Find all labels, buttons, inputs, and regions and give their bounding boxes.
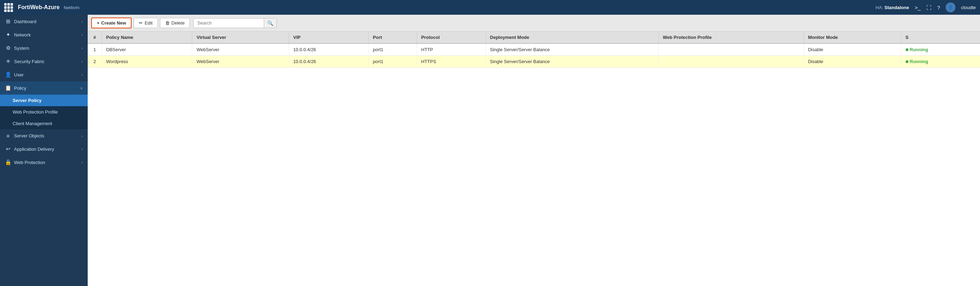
sidebar-item-network[interactable]: ✦ Network › (0, 28, 88, 41)
row-vip: 10.0.0.4/26 (289, 56, 369, 68)
sidebar-item-label: Security Fabric (14, 59, 79, 64)
chevron-down-icon: ∨ (80, 86, 83, 91)
row-vip: 10.0.0.4/26 (289, 43, 369, 56)
status-badge: Running (906, 59, 976, 64)
search-input[interactable] (194, 19, 264, 27)
avatar[interactable]: 👤 (946, 2, 955, 12)
sidebar-item-web-protection[interactable]: 🔒 Web Protection › (0, 156, 88, 169)
sidebar-item-label: Network (14, 32, 79, 38)
create-new-button[interactable]: + Create New (91, 17, 132, 29)
sidebar-item-policy[interactable]: 📋 Policy ∨ (0, 81, 88, 95)
row-policy-name: DBServer (102, 43, 192, 56)
col-web-protection-profile: Web Protection Profile (659, 32, 803, 43)
sidebar-item-label: Policy (14, 86, 77, 91)
app-grid-icon[interactable] (4, 3, 13, 12)
network-icon: ✦ (5, 32, 11, 38)
app-host: fwebvm (64, 5, 80, 10)
row-port: port1 (369, 56, 417, 68)
edit-label: Edit (145, 20, 152, 25)
sidebar-item-label: System (14, 46, 79, 51)
col-protocol: Protocol (417, 32, 485, 43)
help-icon-btn[interactable]: ? (937, 5, 940, 11)
col-policy-name: Policy Name (102, 32, 192, 43)
table-header-row: # Policy Name Virtual Server VIP Port Pr… (88, 32, 980, 43)
col-port: Port (369, 32, 417, 43)
sidebar-item-label: Dashboard (14, 19, 79, 24)
sidebar-item-label: User (14, 72, 79, 78)
row-policy-name: Wordpress (102, 56, 192, 68)
app-delivery-icon: ↩ (5, 146, 11, 152)
chevron-right-icon: › (81, 46, 83, 50)
client-management-label: Client Management (13, 121, 52, 126)
server-objects-icon: ≡ (5, 133, 11, 139)
policy-icon: 📋 (5, 85, 11, 91)
sidebar-subitem-web-protection-profile[interactable]: Web Protection Profile (0, 106, 88, 118)
col-deployment-mode: Deployment Mode (485, 32, 659, 43)
create-new-label: Create New (101, 20, 126, 25)
col-monitor-mode: Monitor Mode (803, 32, 901, 43)
delete-label: Delete (172, 20, 185, 25)
search-box: 🔍 (193, 18, 277, 28)
main-layout: ⊞ Dashboard › ✦ Network › ⚙ System › ✳ S… (0, 15, 980, 286)
sidebar-item-user[interactable]: 👤 User › (0, 68, 88, 81)
header-right: HA: Standalone >_ ⛶ ? 👤 cloudte (875, 2, 976, 12)
security-fabric-icon: ✳ (5, 58, 11, 65)
table-container: # Policy Name Virtual Server VIP Port Pr… (88, 32, 980, 286)
table-row[interactable]: 2WordpressWebServer10.0.0.4/26port1HTTPS… (88, 56, 980, 68)
col-status: S (901, 32, 980, 43)
sidebar-item-dashboard[interactable]: ⊞ Dashboard › (0, 15, 88, 28)
chevron-right-icon: › (81, 19, 83, 24)
delete-button[interactable]: 🗑 Delete (160, 18, 190, 28)
row-virtual-server: WebServer (192, 56, 289, 68)
search-button[interactable]: 🔍 (264, 19, 277, 28)
row-protocol: HTTPS (417, 56, 485, 68)
sidebar-subitem-server-policy[interactable]: Server Policy (0, 95, 88, 106)
server-policy-label: Server Policy (13, 98, 41, 103)
fullscreen-icon-btn[interactable]: ⛶ (926, 5, 932, 11)
row-virtual-server: WebServer (192, 43, 289, 56)
row-protocol: HTTP (417, 43, 485, 56)
ha-label: HA: Standalone (875, 5, 909, 10)
sidebar-item-server-objects[interactable]: ≡ Server Objects › (0, 129, 88, 142)
chevron-right-icon: › (81, 134, 83, 138)
sidebar-item-label: Application Delivery (14, 146, 79, 152)
col-virtual-server: Virtual Server (192, 32, 289, 43)
row-status: Running (901, 56, 980, 68)
sidebar-item-system[interactable]: ⚙ System › (0, 41, 88, 55)
table-row[interactable]: 1DBServerWebServer10.0.0.4/26port1HTTPSi… (88, 43, 980, 56)
sidebar-item-security-fabric[interactable]: ✳ Security Fabric › (0, 55, 88, 68)
row-web-protection-profile (659, 43, 803, 56)
username: cloudte (961, 5, 976, 10)
row-monitor-mode: Disable (803, 43, 901, 56)
row-port: port1 (369, 43, 417, 56)
edit-button[interactable]: ✏ Edit (134, 18, 158, 28)
terminal-icon-btn[interactable]: >_ (915, 5, 921, 11)
toolbar: + Create New ✏ Edit 🗑 Delete 🔍 (88, 15, 980, 32)
edit-icon: ✏ (139, 20, 143, 25)
plus-icon: + (97, 20, 100, 25)
col-vip: VIP (289, 32, 369, 43)
server-policy-table: # Policy Name Virtual Server VIP Port Pr… (88, 32, 980, 68)
sidebar-item-label: Server Objects (14, 133, 79, 138)
row-deployment-mode: Single Server/Server Balance (485, 56, 659, 68)
chevron-right-icon: › (81, 33, 83, 37)
row-num: 1 (88, 43, 102, 56)
top-header: FortiWeb-Azure fwebvm HA: Standalone >_ … (0, 0, 980, 15)
system-icon: ⚙ (5, 45, 11, 51)
row-web-protection-profile (659, 56, 803, 68)
user-icon: 👤 (5, 72, 11, 78)
sidebar-submenu-policy: Server Policy Web Protection Profile Cli… (0, 95, 88, 129)
row-num: 2 (88, 56, 102, 68)
web-protection-profile-label: Web Protection Profile (13, 110, 58, 114)
dashboard-icon: ⊞ (5, 18, 11, 25)
content-area: + Create New ✏ Edit 🗑 Delete 🔍 # (88, 15, 980, 286)
web-protection-icon: 🔒 (5, 159, 11, 165)
chevron-right-icon: › (81, 59, 83, 64)
chevron-right-icon: › (81, 73, 83, 77)
delete-icon: 🗑 (165, 20, 170, 25)
sidebar-item-application-delivery[interactable]: ↩ Application Delivery › (0, 142, 88, 156)
status-badge: Running (906, 47, 976, 52)
sidebar-subitem-client-management[interactable]: Client Management (0, 118, 88, 129)
col-num: # (88, 32, 102, 43)
sidebar-item-label: Web Protection (14, 160, 79, 165)
